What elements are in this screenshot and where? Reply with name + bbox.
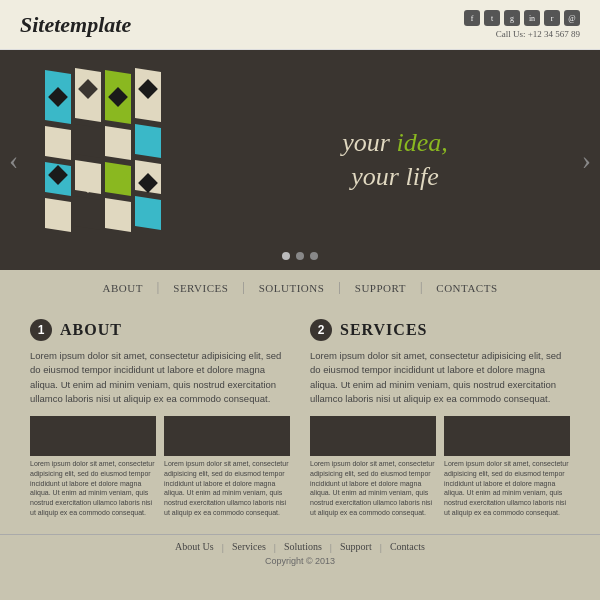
- footer-solutions[interactable]: Solutions: [276, 541, 330, 552]
- copyright: Copyright © 2013: [0, 556, 600, 566]
- services-title: SERVICES: [340, 321, 427, 339]
- services-thumb-1: Lorem ipsum dolor sit amet, consectetur …: [310, 416, 436, 518]
- services-body: Lorem ipsum dolor sit amet, consectetur …: [310, 349, 570, 406]
- svg-marker-15: [105, 198, 131, 232]
- nav-services[interactable]: SERVICES: [159, 282, 242, 294]
- content-area: 1 ABOUT Lorem ipsum dolor sit amet, cons…: [0, 305, 600, 534]
- services-thumb-2: Lorem ipsum dolor sit amet, consectetur …: [444, 416, 570, 518]
- services-thumb-text-2: Lorem ipsum dolor sit amet, consectetur …: [444, 459, 570, 518]
- footer-services[interactable]: Services: [224, 541, 274, 552]
- mail-icon[interactable]: @: [564, 10, 580, 26]
- services-heading: 2 SERVICES: [310, 319, 570, 341]
- header-right: f t g in r @ Call Us: +12 34 567 89: [464, 10, 580, 39]
- footer-contacts[interactable]: Contacts: [382, 541, 433, 552]
- services-thumbs: Lorem ipsum dolor sit amet, consectetur …: [310, 416, 570, 518]
- footer: About Us | Services | Solutions | Suppor…: [0, 534, 600, 569]
- call-us: Call Us: +12 34 567 89: [464, 29, 580, 39]
- services-thumb-img-2: [444, 416, 570, 456]
- hero-tagline: your idea, your life: [342, 126, 447, 194]
- hero-slider: ‹: [0, 50, 600, 270]
- your-idea-text: your idea,: [342, 128, 447, 157]
- nav-solutions[interactable]: SOLUTIONS: [245, 282, 339, 294]
- nav-support[interactable]: SUPPORT: [341, 282, 420, 294]
- dot-1[interactable]: [282, 252, 290, 260]
- twitter-icon[interactable]: t: [484, 10, 500, 26]
- nav-about[interactable]: ABOUT: [88, 282, 156, 294]
- about-thumb-2: Lorem ipsum dolor sit amet, consectetur …: [164, 416, 290, 518]
- dot-2[interactable]: [296, 252, 304, 260]
- svg-marker-13: [105, 126, 131, 160]
- slider-dots: [282, 252, 318, 260]
- about-number: 1: [30, 319, 52, 341]
- about-title: ABOUT: [60, 321, 122, 339]
- google-icon[interactable]: g: [504, 10, 520, 26]
- services-section: 2 SERVICES Lorem ipsum dolor sit amet, c…: [310, 319, 570, 524]
- about-thumb-1: Lorem ipsum dolor sit amet, consectetur …: [30, 416, 156, 518]
- svg-marker-19: [135, 124, 161, 158]
- hero-text: your idea, your life: [230, 126, 600, 194]
- nav-contacts[interactable]: CONTACTS: [422, 282, 511, 294]
- services-thumb-text-1: Lorem ipsum dolor sit amet, consectetur …: [310, 459, 436, 518]
- svg-marker-1: [45, 126, 71, 160]
- dot-3[interactable]: [310, 252, 318, 260]
- rss-icon[interactable]: r: [544, 10, 560, 26]
- facebook-icon[interactable]: f: [464, 10, 480, 26]
- svg-marker-3: [45, 198, 71, 232]
- linkedin-icon[interactable]: in: [524, 10, 540, 26]
- about-heading: 1 ABOUT: [30, 319, 290, 341]
- logo: Sitetemplate: [20, 12, 131, 38]
- hero-art: [0, 50, 230, 270]
- main-nav: ABOUT | SERVICES | SOLUTIONS | SUPPORT |…: [0, 270, 600, 305]
- svg-marker-9: [75, 196, 101, 230]
- svg-marker-21: [135, 196, 161, 230]
- footer-support[interactable]: Support: [332, 541, 380, 552]
- about-body: Lorem ipsum dolor sit amet, consectetur …: [30, 349, 290, 406]
- about-thumb-img-1: [30, 416, 156, 456]
- about-thumb-text-1: Lorem ipsum dolor sit amet, consectetur …: [30, 459, 156, 518]
- services-thumb-img-1: [310, 416, 436, 456]
- about-thumb-text-2: Lorem ipsum dolor sit amet, consectetur …: [164, 459, 290, 518]
- services-number: 2: [310, 319, 332, 341]
- header: Sitetemplate f t g in r @ Call Us: +12 3…: [0, 0, 600, 50]
- about-section: 1 ABOUT Lorem ipsum dolor sit amet, cons…: [30, 319, 290, 524]
- next-arrow[interactable]: ›: [577, 139, 596, 181]
- about-thumbs: Lorem ipsum dolor sit amet, consectetur …: [30, 416, 290, 518]
- about-thumb-img-2: [164, 416, 290, 456]
- social-icons: f t g in r @: [464, 10, 580, 26]
- prev-arrow[interactable]: ‹: [4, 139, 23, 181]
- svg-marker-7: [75, 124, 101, 158]
- footer-links: About Us | Services | Solutions | Suppor…: [0, 541, 600, 553]
- footer-about[interactable]: About Us: [167, 541, 222, 552]
